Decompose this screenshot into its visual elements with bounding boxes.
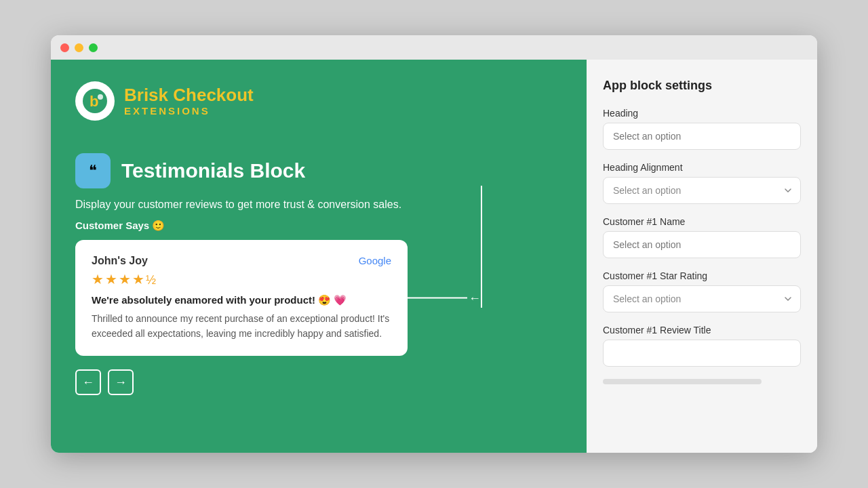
heading-input[interactable] xyxy=(603,123,801,150)
heading-alignment-label: Heading Alignment xyxy=(603,162,801,173)
quote-icon: ❝ xyxy=(75,153,111,188)
customer1-rating-wrapper: Select an option 1 2 3 4 5 xyxy=(603,285,801,312)
traffic-light-red[interactable] xyxy=(60,43,69,52)
left-panel: b Brisk Checkout EXTENSIONS ❝ Testimonia… xyxy=(51,60,587,453)
heading-alignment-group: Heading Alignment Select an option Left … xyxy=(603,162,801,204)
logo-icon: b xyxy=(75,81,115,121)
browser-window: b Brisk Checkout EXTENSIONS ❝ Testimonia… xyxy=(51,35,817,453)
review-body: Thrilled to announce my recent purchase … xyxy=(92,312,391,341)
logo-subtitle: EXTENSIONS xyxy=(124,105,254,117)
block-header: ❝ Testimonials Block xyxy=(75,153,562,188)
heading-alignment-wrapper: Select an option Left Center Right xyxy=(603,177,801,204)
customer1-name-input[interactable] xyxy=(603,231,801,258)
svg-point-2 xyxy=(98,94,103,100)
scrollbar-hint xyxy=(603,379,762,384)
review-card-header: John's Joy Google xyxy=(92,255,391,267)
svg-text:b: b xyxy=(90,93,98,110)
connector-vertical xyxy=(481,186,482,308)
heading-alignment-select[interactable]: Select an option Left Center Right xyxy=(603,177,801,204)
heading-group: Heading xyxy=(603,108,801,150)
customer1-name-label: Customer #1 Name xyxy=(603,216,801,227)
logo-area: b Brisk Checkout EXTENSIONS xyxy=(75,81,562,121)
traffic-light-green[interactable] xyxy=(89,43,98,52)
block-description: Display your customer reviews to get mor… xyxy=(75,197,414,213)
next-button[interactable]: → xyxy=(108,369,134,395)
google-link[interactable]: Google xyxy=(359,255,391,266)
traffic-light-yellow[interactable] xyxy=(75,43,83,52)
customer1-rating-group: Customer #1 Star Rating Select an option… xyxy=(603,270,801,312)
prev-button[interactable]: ← xyxy=(75,369,101,395)
block-title: Testimonials Block xyxy=(121,159,305,182)
reviewer-name: John's Joy xyxy=(92,255,148,267)
testimonials-section: ❝ Testimonials Block Display your custom… xyxy=(75,153,562,395)
connector: ← xyxy=(399,291,481,305)
nav-buttons: ← → xyxy=(75,369,562,395)
review-card: John's Joy Google ★★★★½ We're absolutely… xyxy=(75,240,408,356)
review-title: We're absolutely enamored with your prod… xyxy=(92,294,391,306)
heading-label: Heading xyxy=(603,108,801,119)
customer1-rating-label: Customer #1 Star Rating xyxy=(603,270,801,281)
customer1-review-title-label: Customer #1 Review Title xyxy=(603,325,801,336)
customer1-review-title-input[interactable] xyxy=(603,340,801,367)
connector-line xyxy=(399,298,467,299)
browser-titlebar xyxy=(51,35,817,60)
settings-title: App block settings xyxy=(603,79,801,93)
logo-title: Brisk Checkout xyxy=(124,85,254,105)
customer1-review-title-group: Customer #1 Review Title xyxy=(603,325,801,367)
arrow-icon: ← xyxy=(469,291,481,305)
customer1-rating-select[interactable]: Select an option 1 2 3 4 5 xyxy=(603,285,801,312)
right-panel: App block settings Heading Heading Align… xyxy=(587,60,817,453)
browser-content: b Brisk Checkout EXTENSIONS ❝ Testimonia… xyxy=(51,60,817,453)
customer-says-label: Customer Says 🙂 xyxy=(75,220,562,232)
logo-text: Brisk Checkout EXTENSIONS xyxy=(124,85,254,117)
customer1-name-group: Customer #1 Name xyxy=(603,216,801,258)
star-rating: ★★★★½ xyxy=(92,271,391,287)
